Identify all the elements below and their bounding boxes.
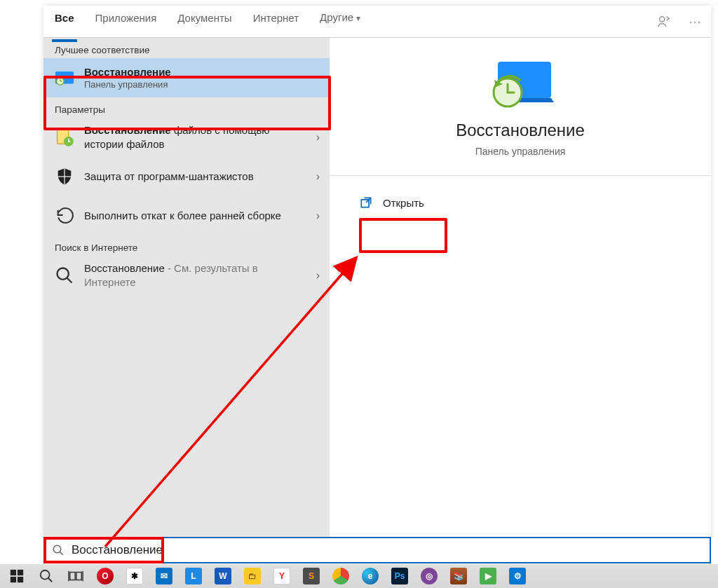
web-result[interactable]: Восстановление - См. результаты в Интерн… <box>43 256 330 295</box>
svg-point-0 <box>660 16 665 21</box>
setting-file-history-label: Восстановление файлов с помощью истории … <box>84 123 318 152</box>
taskbar-app-tor[interactable]: ◎ <box>415 566 443 587</box>
taskbar-app-settings[interactable]: ⚙ <box>503 566 531 587</box>
more-icon[interactable]: ⋯ <box>687 14 703 29</box>
search-input[interactable] <box>72 543 703 557</box>
svg-rect-13 <box>18 577 23 582</box>
preview-subtitle: Панель управления <box>344 146 697 157</box>
taskbar-search[interactable] <box>32 566 60 587</box>
task-view[interactable] <box>62 566 90 587</box>
search-flyout: Все Приложения Документы Интернет Другие… <box>43 6 711 538</box>
best-match-title: Восстановление <box>84 66 171 78</box>
section-settings: Параметры <box>43 97 330 118</box>
setting-ransomware[interactable]: Защита от программ-шантажистов › <box>43 157 330 196</box>
taskbar-app-edge[interactable]: e <box>356 566 384 587</box>
svg-rect-11 <box>18 570 23 575</box>
setting-rollback-label: Выполнить откат к более ранней сборке <box>84 209 299 223</box>
taskbar-app-explorer[interactable]: 🗀 <box>238 566 266 587</box>
svg-point-5 <box>57 268 69 280</box>
best-match-subtitle: Панель управления <box>84 79 171 90</box>
svg-rect-12 <box>11 577 16 582</box>
recovery-icon <box>55 68 74 88</box>
taskbar-app-opera[interactable]: O <box>91 566 119 587</box>
file-history-icon <box>55 128 74 147</box>
preview-recovery-icon <box>487 59 554 108</box>
taskbar-app-sublime[interactable]: S <box>297 566 325 587</box>
search-icon <box>55 266 74 285</box>
taskbar-app-chrome[interactable] <box>327 566 355 587</box>
tab-more[interactable]: Другие <box>317 1 363 41</box>
taskbar-app-winrar[interactable]: 📚 <box>445 566 473 587</box>
tab-docs[interactable]: Документы <box>175 2 234 41</box>
best-match-result[interactable]: Восстановление Панель управления <box>43 58 330 97</box>
web-result-label: Восстановление - См. результаты в Интерн… <box>84 261 318 290</box>
rollback-icon <box>55 206 74 226</box>
scope-tabs: Все Приложения Документы Интернет Другие… <box>43 6 711 38</box>
svg-rect-16 <box>76 573 81 580</box>
taskbar-app-yandex[interactable]: Y <box>268 566 296 587</box>
setting-rollback[interactable]: Выполнить откат к более ранней сборке › <box>43 196 330 235</box>
setting-ransomware-label: Защита от программ-шантажистов <box>84 170 272 184</box>
shield-icon <box>55 167 74 186</box>
preview-title: Восстановление <box>344 121 697 140</box>
tab-apps[interactable]: Приложения <box>93 2 160 41</box>
open-icon <box>359 196 373 210</box>
preview-open[interactable]: Открыть <box>356 193 431 212</box>
preview-column: Восстановление Панель управления Открыть <box>330 38 711 538</box>
tab-web[interactable]: Интернет <box>250 2 302 41</box>
taskbar: O ✱ ✉ L W 🗀 Y S e Ps ◎ 📚 ▶ ⚙ <box>0 564 718 588</box>
section-best-match: Лучшее соответствие <box>43 38 330 58</box>
start-button[interactable] <box>3 566 31 587</box>
search-box[interactable] <box>43 537 711 563</box>
svg-point-9 <box>53 545 61 553</box>
taskbar-app-mail[interactable]: ✉ <box>150 566 178 587</box>
taskbar-app-l[interactable]: L <box>180 566 208 587</box>
taskbar-app-word[interactable]: W <box>209 566 237 587</box>
chevron-right-icon: › <box>316 269 320 282</box>
setting-file-history[interactable]: Восстановление файлов с помощью истории … <box>43 118 330 157</box>
results-column: Лучшее соответствие Восстановление Панел… <box>43 38 330 538</box>
chevron-right-icon: › <box>316 170 320 183</box>
preview-open-label: Открыть <box>383 197 424 209</box>
svg-rect-10 <box>11 570 16 575</box>
taskbar-app-cursor[interactable]: ✱ <box>121 566 149 587</box>
chevron-right-icon: › <box>316 210 320 222</box>
taskbar-app-game[interactable]: ▶ <box>474 566 502 587</box>
svg-point-14 <box>41 570 50 580</box>
tab-all[interactable]: Все <box>52 2 77 41</box>
svg-rect-15 <box>70 573 75 580</box>
search-icon <box>52 544 65 556</box>
feedback-icon[interactable] <box>656 14 672 29</box>
taskbar-app-photoshop[interactable]: Ps <box>386 566 414 587</box>
chevron-right-icon: › <box>316 131 320 144</box>
section-web: Поиск в Интернете <box>43 235 330 256</box>
